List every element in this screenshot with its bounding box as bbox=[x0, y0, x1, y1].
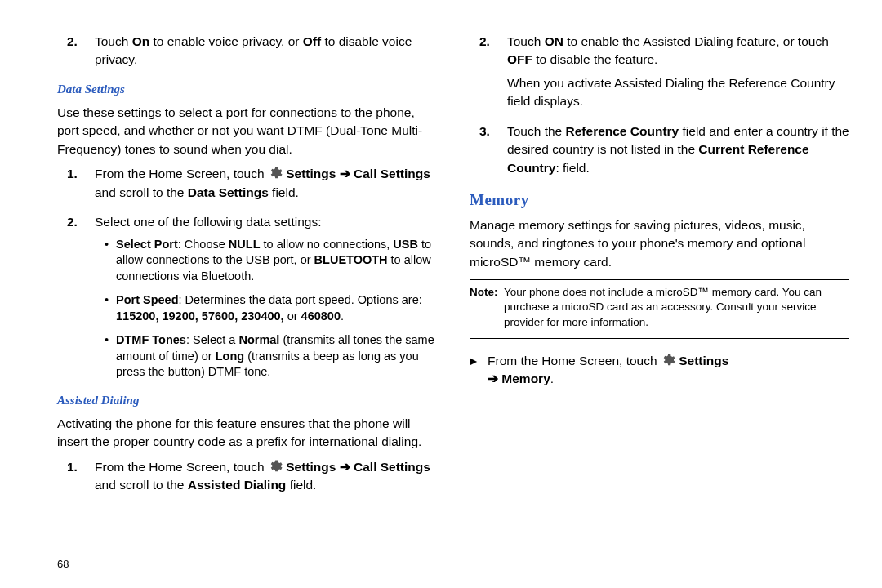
voice-privacy-steps: 2. Touch On to enable voice privacy, or … bbox=[57, 33, 437, 69]
document-page: 2. Touch On to enable voice privacy, or … bbox=[0, 0, 882, 588]
gear-icon bbox=[661, 353, 675, 368]
body-text: . bbox=[550, 372, 554, 385]
bold-text: Long bbox=[216, 350, 244, 363]
assisted-dialing-steps: 1. From the Home Screen, touch Settings … bbox=[57, 458, 437, 495]
body-text: to enable the Assisted Dialing feature, … bbox=[564, 34, 829, 48]
arrow-text: ➔ bbox=[336, 167, 354, 180]
bold-text: Off bbox=[303, 34, 321, 48]
bold-text: OFF bbox=[507, 52, 532, 66]
list-item: Port Speed: Determines the data port spe… bbox=[105, 292, 437, 324]
step-number: 2. bbox=[67, 33, 78, 51]
memory-intro: Manage memory settings for saving pictur… bbox=[470, 216, 849, 271]
bold-text: Reference Country bbox=[566, 124, 679, 138]
assisted-dialing-intro: Activating the phone for this feature en… bbox=[57, 415, 437, 452]
body-text: . bbox=[341, 310, 344, 323]
body-text: and scroll to the bbox=[95, 478, 188, 492]
body-text: : field. bbox=[555, 161, 589, 175]
note-box: Note: Your phone does not include a micr… bbox=[470, 279, 849, 339]
assisted-dialing-heading: Assisted Dialing bbox=[57, 392, 437, 410]
bold-text: Settings bbox=[679, 354, 728, 368]
memory-step: ▶ From the Home Screen, touch Settings ➔… bbox=[470, 352, 849, 389]
body-text: to disable the feature. bbox=[532, 52, 657, 66]
body-text: : Choose bbox=[178, 238, 229, 251]
bold-text: Select Port bbox=[116, 238, 178, 251]
left-column: 2. Touch On to enable voice privacy, or … bbox=[57, 33, 437, 580]
body-text: field. bbox=[269, 185, 299, 199]
body-text: Touch bbox=[95, 34, 132, 48]
bold-text: Settings bbox=[286, 167, 336, 180]
bold-text: Port Speed bbox=[116, 293, 179, 306]
arrow-text: ➔ bbox=[336, 460, 354, 474]
assisted-dialing-steps-cont: 2. Touch ON to enable the Assisted Diali… bbox=[470, 33, 849, 177]
body-text: From the Home Screen, touch bbox=[95, 167, 268, 180]
body-text: : Determines the data port speed. Option… bbox=[179, 293, 422, 306]
data-settings-intro: Use these settings to select a port for … bbox=[57, 104, 437, 158]
bold-text: Normal bbox=[238, 333, 279, 346]
gear-icon bbox=[268, 166, 283, 180]
step-number: 1. bbox=[67, 458, 78, 476]
step-item: 2. Select one of the following data sett… bbox=[57, 213, 437, 381]
body-text: From the Home Screen, touch bbox=[95, 460, 268, 474]
body-text: From the Home Screen, touch bbox=[488, 354, 661, 368]
data-settings-bullets: Select Port: Choose NULL to allow no con… bbox=[95, 237, 437, 381]
step-number: 1. bbox=[67, 165, 78, 183]
bold-text: 115200, 19200, 57600, 230400, bbox=[116, 310, 284, 323]
bold-text: USB bbox=[393, 238, 418, 251]
step-number: 2. bbox=[67, 213, 78, 231]
note-label: Note: bbox=[470, 285, 498, 300]
bold-text: Call Settings bbox=[354, 167, 430, 180]
body-text: or bbox=[284, 310, 301, 323]
list-item: DTMF Tones: Select a Normal (transmits a… bbox=[105, 332, 437, 381]
note-body: Your phone does not include a microSD™ m… bbox=[470, 285, 849, 330]
data-settings-steps: 1. From the Home Screen, touch Settings … bbox=[57, 165, 437, 381]
step-number: 2. bbox=[479, 33, 490, 51]
data-settings-heading: Data Settings bbox=[57, 81, 437, 99]
step-item: 2. Touch On to enable voice privacy, or … bbox=[57, 33, 437, 69]
bold-text: BLUETOOTH bbox=[314, 253, 388, 266]
step-item: 2. Touch ON to enable the Assisted Diali… bbox=[470, 33, 849, 111]
page-number: 68 bbox=[57, 558, 69, 570]
right-column: 2. Touch ON to enable the Assisted Diali… bbox=[470, 33, 849, 580]
step-number: 3. bbox=[479, 122, 490, 140]
body-text: and scroll to the bbox=[95, 185, 188, 199]
bold-text: Call Settings bbox=[354, 460, 430, 474]
body-text: to enable voice privacy, or bbox=[149, 34, 303, 48]
body-text: : Select a bbox=[186, 333, 238, 346]
body-text: Touch bbox=[507, 34, 545, 48]
body-text: field. bbox=[286, 478, 316, 492]
bold-text: Memory bbox=[501, 372, 550, 385]
gear-icon bbox=[268, 459, 283, 474]
body-text: Select one of the following data setting… bbox=[95, 215, 321, 229]
bold-text: Assisted Dialing bbox=[188, 478, 287, 492]
bold-text: DTMF Tones bbox=[116, 333, 186, 346]
triangle-bullet-icon: ▶ bbox=[470, 354, 482, 368]
bold-text: 460800 bbox=[301, 310, 341, 323]
bold-text: ON bbox=[545, 34, 564, 48]
bold-text: Data Settings bbox=[188, 185, 269, 199]
memory-heading: Memory bbox=[470, 189, 849, 212]
bold-text: On bbox=[132, 34, 150, 48]
step-item: 3. Touch the Reference Country field and… bbox=[470, 122, 849, 177]
list-item: Select Port: Choose NULL to allow no con… bbox=[105, 237, 437, 285]
step-item: 1. From the Home Screen, touch Settings … bbox=[57, 165, 437, 202]
body-text: When you activate Assisted Dialing the R… bbox=[507, 76, 835, 108]
bold-text: Settings bbox=[286, 460, 336, 474]
body-text: to allow no connections, bbox=[261, 238, 394, 251]
body-text: Touch the bbox=[507, 124, 566, 138]
arrow-text: ➔ bbox=[488, 372, 501, 385]
bold-text: NULL bbox=[229, 238, 261, 251]
step-item: 1. From the Home Screen, touch Settings … bbox=[57, 458, 437, 495]
